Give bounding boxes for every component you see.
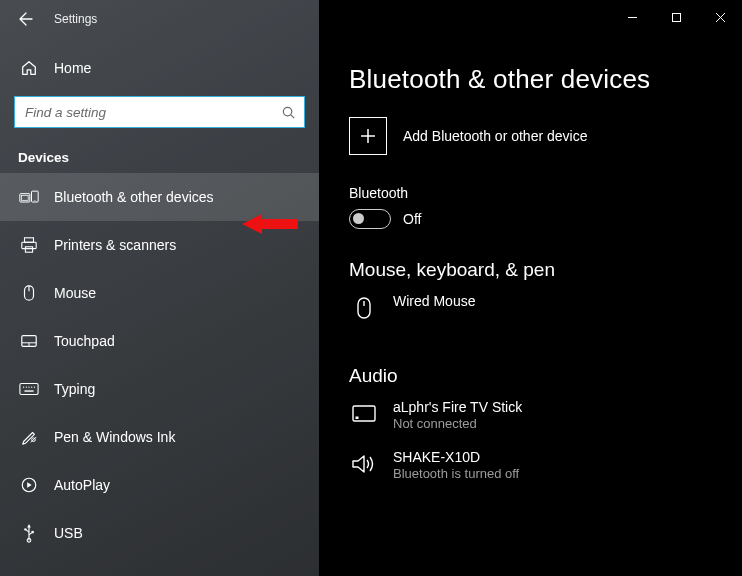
titlebar-right bbox=[319, 0, 742, 34]
sidebar-item-typing[interactable]: Typing bbox=[0, 365, 319, 413]
svg-rect-40 bbox=[356, 417, 359, 420]
sidebar-item-label: Pen & Windows Ink bbox=[54, 429, 175, 445]
device-name: SHAKE-X10D bbox=[393, 449, 519, 465]
svg-point-18 bbox=[31, 387, 32, 388]
home-label: Home bbox=[54, 60, 91, 76]
sidebar-item-label: Touchpad bbox=[54, 333, 115, 349]
mouse-icon bbox=[349, 293, 379, 323]
settings-window: Settings Home Devices Bluetooth & other … bbox=[0, 0, 742, 576]
device-row-wired-mouse[interactable]: Wired Mouse bbox=[349, 293, 718, 323]
svg-point-5 bbox=[34, 200, 35, 201]
group-title-audio: Audio bbox=[349, 365, 718, 387]
home-icon bbox=[18, 59, 40, 77]
titlebar-left: Settings bbox=[0, 0, 319, 38]
sidebar-item-usb[interactable]: USB bbox=[0, 509, 319, 557]
search-box[interactable] bbox=[14, 96, 305, 128]
sidebar-item-bluetooth[interactable]: Bluetooth & other devices bbox=[0, 173, 319, 221]
speaker-icon bbox=[349, 449, 379, 479]
maximize-button[interactable] bbox=[654, 2, 698, 32]
device-row-shake[interactable]: SHAKE-X10D Bluetooth is turned off bbox=[349, 449, 718, 481]
sidebar-item-label: Bluetooth & other devices bbox=[54, 189, 214, 205]
sidebar-item-label: Mouse bbox=[54, 285, 96, 301]
svg-point-28 bbox=[24, 528, 26, 530]
search-icon bbox=[281, 105, 296, 120]
sidebar-item-label: Typing bbox=[54, 381, 95, 397]
window-title: Settings bbox=[54, 12, 97, 26]
main-panel: Bluetooth & other devices Add Bluetooth … bbox=[319, 0, 742, 576]
toggle-knob bbox=[353, 213, 364, 224]
usb-icon bbox=[18, 523, 40, 543]
sidebar-item-printers[interactable]: Printers & scanners bbox=[0, 221, 319, 269]
device-name: aLphr's Fire TV Stick bbox=[393, 399, 522, 415]
sidebar-item-label: Printers & scanners bbox=[54, 237, 176, 253]
pen-icon bbox=[18, 428, 40, 446]
svg-point-0 bbox=[283, 107, 291, 115]
content: Bluetooth & other devices Add Bluetooth … bbox=[319, 34, 742, 481]
printer-icon bbox=[18, 236, 40, 254]
back-button[interactable] bbox=[10, 4, 40, 34]
svg-marker-24 bbox=[27, 482, 32, 487]
add-device-button[interactable]: Add Bluetooth or other device bbox=[349, 117, 718, 155]
sidebar-item-autoplay[interactable]: AutoPlay bbox=[0, 461, 319, 509]
device-row-firetv[interactable]: aLphr's Fire TV Stick Not connected bbox=[349, 399, 718, 431]
home-button[interactable]: Home bbox=[0, 48, 319, 88]
device-sub: Not connected bbox=[393, 416, 522, 431]
close-button[interactable] bbox=[698, 2, 742, 32]
svg-marker-26 bbox=[27, 524, 31, 528]
svg-point-17 bbox=[28, 387, 29, 388]
svg-rect-8 bbox=[25, 247, 32, 252]
search-input[interactable] bbox=[25, 105, 281, 120]
svg-rect-6 bbox=[25, 238, 34, 243]
bluetooth-toggle-row: Off bbox=[349, 209, 718, 229]
add-device-label: Add Bluetooth or other device bbox=[403, 128, 587, 144]
svg-line-1 bbox=[291, 114, 294, 117]
sidebar-item-touchpad[interactable]: Touchpad bbox=[0, 317, 319, 365]
autoplay-icon bbox=[18, 476, 40, 494]
plus-icon bbox=[349, 117, 387, 155]
minimize-button[interactable] bbox=[610, 2, 654, 32]
keyboard-icon bbox=[18, 382, 40, 396]
sidebar-item-label: AutoPlay bbox=[54, 477, 110, 493]
svg-marker-41 bbox=[353, 456, 364, 472]
group-title-mouse: Mouse, keyboard, & pen bbox=[349, 259, 718, 281]
device-sub: Bluetooth is turned off bbox=[393, 466, 519, 481]
svg-rect-32 bbox=[672, 13, 680, 21]
sidebar-item-label: USB bbox=[54, 525, 83, 541]
sidebar: Settings Home Devices Bluetooth & other … bbox=[0, 0, 319, 576]
sidebar-item-pen[interactable]: Pen & Windows Ink bbox=[0, 413, 319, 461]
device-name: Wired Mouse bbox=[393, 293, 475, 309]
svg-rect-29 bbox=[31, 531, 33, 533]
svg-rect-3 bbox=[22, 195, 29, 200]
svg-rect-20 bbox=[24, 390, 33, 391]
devices-icon bbox=[18, 189, 40, 205]
touchpad-icon bbox=[18, 333, 40, 349]
bluetooth-toggle[interactable] bbox=[349, 209, 391, 229]
page-title: Bluetooth & other devices bbox=[349, 64, 718, 95]
mouse-icon bbox=[18, 284, 40, 302]
svg-point-16 bbox=[26, 387, 27, 388]
svg-point-15 bbox=[23, 387, 24, 388]
bluetooth-toggle-state: Off bbox=[403, 211, 421, 227]
sidebar-section-label: Devices bbox=[18, 150, 319, 165]
bluetooth-label: Bluetooth bbox=[349, 185, 718, 201]
back-arrow-icon bbox=[17, 11, 33, 27]
sidebar-item-mouse[interactable]: Mouse bbox=[0, 269, 319, 317]
svg-rect-14 bbox=[20, 384, 38, 395]
display-icon bbox=[349, 399, 379, 429]
svg-point-19 bbox=[34, 387, 35, 388]
svg-rect-7 bbox=[22, 242, 36, 248]
